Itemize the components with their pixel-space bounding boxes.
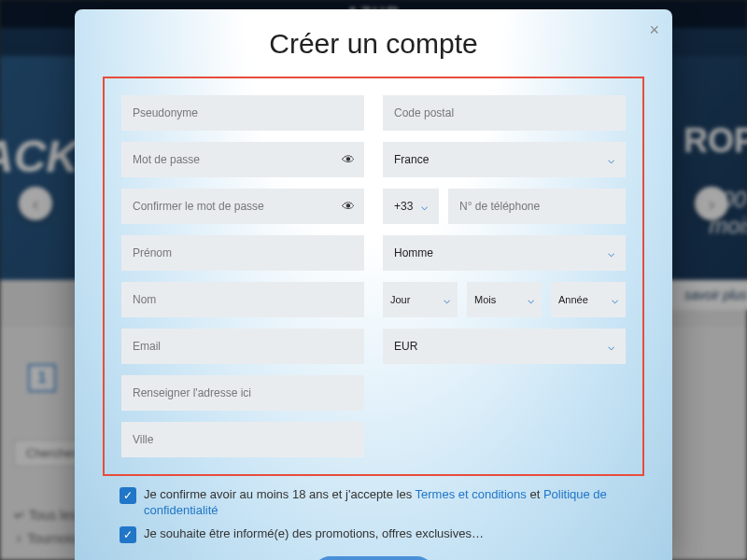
postal-input[interactable] — [383, 95, 626, 131]
firstname-input[interactable] — [121, 235, 364, 271]
eye-icon[interactable]: 👁 — [342, 199, 355, 214]
address-input[interactable] — [121, 375, 364, 411]
chevron-down-icon: ⌵ — [608, 246, 614, 259]
phone-code-select[interactable]: +33⌵ — [383, 189, 439, 224]
username-input[interactable] — [121, 95, 364, 131]
gender-select[interactable]: Homme⌵ — [383, 235, 626, 271]
dob-day-select[interactable]: Jour⌵ — [383, 282, 458, 317]
lastname-input[interactable] — [121, 282, 364, 317]
email-input[interactable] — [121, 329, 364, 364]
consent-section: ✓ Je confirme avoir au moins 18 ans et j… — [103, 487, 644, 543]
dob-year-select[interactable]: Année⌵ — [551, 282, 626, 317]
promo-consent-checkbox[interactable]: ✓ — [120, 526, 136, 543]
chevron-down-icon: ⌵ — [444, 293, 450, 306]
signup-form: 👁 👁 France⌵ +33⌵ Homme⌵ Jour⌵ Mois⌵ Anné… — [103, 77, 644, 476]
chevron-down-icon: ⌵ — [421, 200, 428, 213]
chevron-down-icon: ⌵ — [612, 293, 618, 306]
age-consent-checkbox[interactable]: ✓ — [120, 487, 136, 504]
country-select[interactable]: France⌵ — [383, 142, 626, 177]
promo-consent-label: Je souhaite être informé(e) des promotio… — [144, 526, 484, 542]
chevron-down-icon: ⌵ — [608, 340, 614, 353]
city-input[interactable] — [121, 422, 364, 457]
continue-button[interactable]: Continuer — [313, 556, 433, 560]
chevron-down-icon: ⌵ — [608, 153, 614, 166]
dob-month-select[interactable]: Mois⌵ — [467, 282, 542, 317]
terms-link[interactable]: Termes et conditions — [416, 487, 527, 501]
signup-modal: × Créer un compte 👁 👁 France⌵ +33⌵ Homme… — [75, 9, 672, 560]
form-column-left: 👁 👁 — [121, 95, 364, 457]
confirm-password-input[interactable] — [121, 189, 364, 224]
modal-title: Créer un compte — [103, 28, 644, 60]
close-button[interactable]: × — [649, 21, 659, 40]
password-input[interactable] — [121, 142, 364, 177]
chevron-down-icon: ⌵ — [528, 293, 534, 306]
eye-icon[interactable]: 👁 — [342, 152, 355, 167]
currency-select[interactable]: EUR⌵ — [383, 329, 626, 364]
phone-input[interactable] — [448, 189, 626, 224]
form-column-right: France⌵ +33⌵ Homme⌵ Jour⌵ Mois⌵ Année⌵ E… — [383, 95, 626, 457]
age-consent-label: Je confirme avoir au moins 18 ans et j'a… — [144, 487, 627, 519]
